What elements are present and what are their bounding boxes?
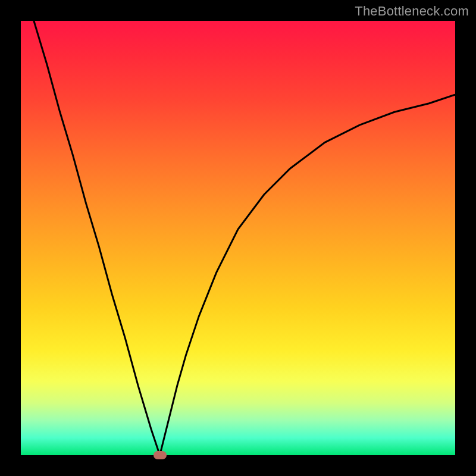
curve-right-branch xyxy=(160,95,455,455)
curve-layer xyxy=(21,21,455,455)
curve-left-branch xyxy=(34,21,160,455)
watermark-text: TheBottleneck.com xyxy=(355,4,469,19)
chart-frame: TheBottleneck.com xyxy=(0,0,476,476)
minimum-marker xyxy=(154,451,167,459)
